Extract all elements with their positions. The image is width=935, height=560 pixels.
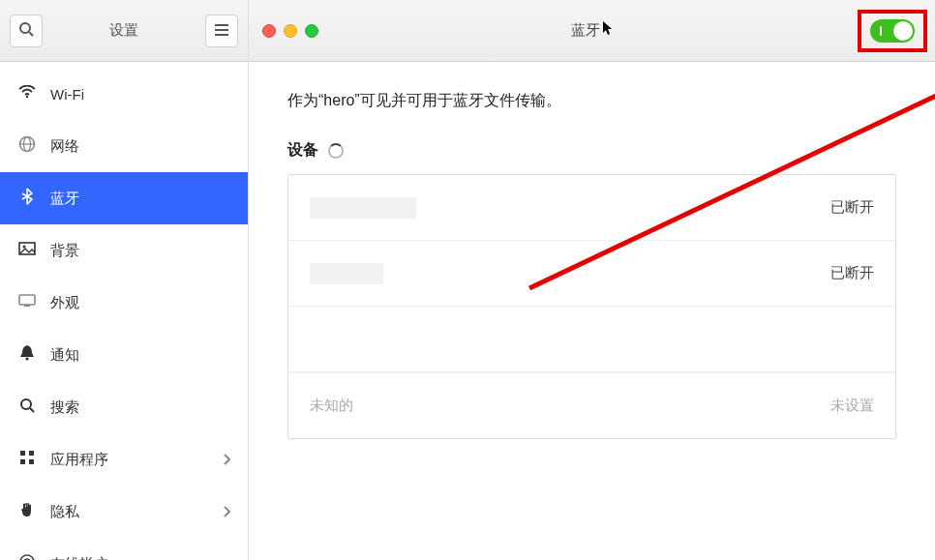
svg-rect-3 [215, 29, 228, 31]
sidebar-item-bluetooth[interactable]: 蓝牙 [0, 172, 248, 224]
sidebar-item-label: 应用程序 [50, 451, 209, 469]
sidebar-item-label: 通知 [50, 346, 230, 365]
hand-icon [17, 501, 37, 523]
appearance-icon [17, 293, 37, 312]
sidebar-item-label: 背景 [50, 242, 230, 260]
sidebar-item-label: Wi-Fi [50, 86, 230, 103]
svg-line-15 [30, 408, 34, 412]
svg-point-13 [25, 357, 28, 360]
sidebar-item-label: 搜索 [50, 398, 230, 417]
annotation-highlight-box [858, 10, 927, 52]
menu-button[interactable] [205, 15, 238, 47]
devices-section-label: 设备 [287, 140, 318, 161]
svg-point-0 [20, 23, 30, 33]
search-button[interactable] [10, 15, 43, 47]
devices-section-title: 设备 [287, 140, 344, 161]
device-name-redacted [310, 263, 383, 284]
footer-right-label: 未设置 [830, 397, 874, 415]
cursor-icon [602, 20, 614, 39]
sidebar-item-notifications[interactable]: 通知 [0, 329, 248, 381]
sidebar-nav: Wi-Fi 网络 蓝牙 背景 [0, 62, 248, 560]
svg-rect-11 [19, 295, 35, 305]
svg-point-10 [23, 246, 26, 249]
sidebar-item-label: 外观 [50, 294, 230, 312]
globe-icon [17, 135, 37, 158]
sidebar-header: 设置 [0, 0, 248, 62]
window-controls [262, 24, 318, 38]
chevron-right-icon [223, 452, 230, 468]
hamburger-icon [215, 22, 228, 39]
svg-rect-19 [29, 459, 34, 464]
sidebar-title: 设置 [50, 21, 197, 40]
sidebar-item-online-accounts[interactable]: 在线帐户 [0, 538, 248, 560]
svg-line-1 [29, 32, 33, 36]
svg-point-5 [26, 96, 28, 98]
device-list: 已断开 已断开 未知的 未设置 [287, 174, 896, 439]
sidebar-item-wifi[interactable]: Wi-Fi [0, 68, 248, 120]
sidebar-item-applications[interactable]: 应用程序 [0, 433, 248, 486]
device-name-redacted [310, 197, 416, 219]
window-maximize-button[interactable] [305, 24, 318, 38]
apps-icon [17, 450, 37, 470]
device-list-footer[interactable]: 未知的 未设置 [288, 372, 895, 438]
svg-point-14 [21, 399, 31, 409]
sidebar-item-label: 隐私 [50, 503, 209, 521]
sidebar-item-label: 网络 [50, 137, 230, 156]
bluetooth-toggle[interactable] [870, 19, 915, 43]
sidebar-item-search[interactable]: 搜索 [0, 381, 248, 433]
svg-rect-16 [20, 451, 25, 456]
device-row[interactable]: 已断开 [288, 241, 895, 307]
sidebar-item-background[interactable]: 背景 [0, 224, 248, 277]
sidebar-item-network[interactable]: 网络 [0, 120, 248, 172]
sidebar-item-appearance[interactable]: 外观 [0, 277, 248, 329]
settings-sidebar: 设置 Wi-Fi 网络 [0, 0, 249, 560]
svg-rect-18 [20, 459, 25, 464]
bell-icon [17, 344, 37, 367]
at-icon [17, 553, 37, 561]
page-title-text: 蓝牙 [571, 21, 600, 40]
device-status: 已断开 [830, 198, 874, 217]
content-pane: 蓝牙 作为“hero”可见并可用于蓝牙文件传输。 设备 已断开 [249, 0, 935, 560]
chevron-right-icon [223, 504, 230, 520]
window-close-button[interactable] [262, 24, 276, 38]
svg-rect-2 [215, 24, 228, 26]
device-status: 已断开 [830, 264, 874, 282]
sidebar-item-privacy[interactable]: 隐私 [0, 486, 248, 538]
sidebar-item-label: 蓝牙 [50, 190, 230, 208]
svg-rect-17 [29, 451, 34, 456]
search-icon [18, 21, 34, 40]
image-icon [17, 241, 37, 260]
page-title: 蓝牙 [571, 21, 614, 40]
device-row-empty [288, 307, 895, 372]
sidebar-item-label: 在线帐户 [50, 555, 230, 561]
svg-rect-4 [215, 34, 228, 36]
search-icon [17, 398, 37, 418]
footer-left-label: 未知的 [310, 397, 353, 415]
window-minimize-button[interactable] [284, 24, 297, 38]
content-header: 蓝牙 [249, 0, 935, 62]
svg-rect-12 [24, 305, 30, 307]
wifi-icon [17, 84, 37, 103]
bluetooth-icon [17, 188, 37, 210]
loading-spinner-icon [328, 143, 344, 159]
device-row[interactable]: 已断开 [288, 175, 895, 241]
visibility-description: 作为“hero”可见并可用于蓝牙文件传输。 [287, 91, 896, 111]
content-body: 作为“hero”可见并可用于蓝牙文件传输。 设备 已断开 已断开 [249, 62, 935, 560]
